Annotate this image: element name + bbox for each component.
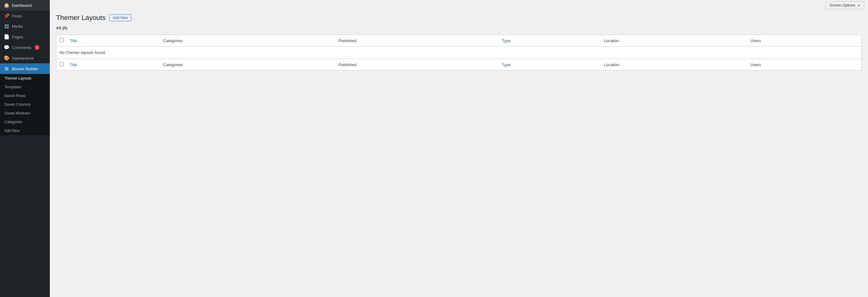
th-type[interactable]: Type	[499, 35, 601, 47]
posts-icon: 📌	[4, 13, 9, 19]
select-all-checkbox[interactable]	[59, 38, 63, 42]
sidebar-subitem-themer-layouts[interactable]: Themer Layouts	[0, 74, 50, 83]
footer-select-all-checkbox[interactable]	[59, 62, 63, 66]
no-items-message: No Themer layouts found.	[56, 47, 862, 59]
footer-th-published: Published	[335, 59, 498, 71]
sidebar-item-pages[interactable]: 📄 Pages	[0, 31, 50, 42]
layouts-table: Title Categories Published Type Location…	[56, 35, 862, 70]
footer-th-categories: Categories	[160, 59, 336, 71]
appearance-icon: 🎨	[4, 55, 9, 61]
dashboard-icon: 🏠	[4, 2, 9, 8]
table-header-row: Title Categories Published Type Location…	[56, 35, 862, 47]
top-bar: Screen Options	[50, 0, 868, 10]
sidebar-item-label: Posts	[12, 14, 22, 19]
th-published: Published	[335, 35, 498, 47]
sidebar-subitem-saved-rows[interactable]: Saved Rows	[0, 91, 50, 100]
add-new-button[interactable]: Add New	[109, 15, 131, 21]
sidebar-item-comments[interactable]: 💬 Comments 3	[0, 42, 50, 53]
comments-badge: 3	[35, 45, 39, 50]
page-title: Themer Layouts	[56, 14, 105, 22]
sidebar-item-label: Appearance	[12, 56, 34, 60]
sidebar-item-beaver-builder[interactable]: ⊞ Beaver Builder	[0, 63, 50, 74]
main-content: Screen Options Themer Layouts Add New Al…	[50, 0, 868, 297]
sidebar-item-label: Comments	[12, 45, 31, 50]
footer-select-all-col	[56, 59, 67, 71]
comments-icon: 💬	[4, 45, 9, 50]
screen-options-label: Screen Options	[829, 3, 855, 7]
screen-options-chevron	[857, 3, 860, 7]
beaver-builder-submenu: Themer Layouts Templates Saved Rows Save…	[0, 74, 50, 135]
sidebar-item-label: Pages	[12, 35, 23, 39]
footer-th-title[interactable]: Title	[67, 59, 160, 71]
th-categories: Categories	[160, 35, 336, 47]
footer-th-type[interactable]: Type	[499, 59, 601, 71]
media-icon: 🖼	[4, 24, 9, 29]
no-items-row: No Themer layouts found.	[56, 47, 862, 59]
sidebar-item-appearance[interactable]: 🎨 Appearance	[0, 53, 50, 63]
th-location: Location	[601, 35, 747, 47]
pages-icon: 📄	[4, 34, 9, 39]
sidebar-item-media[interactable]: 🖼 Media	[0, 21, 50, 31]
sidebar-item-label: Media	[12, 24, 23, 29]
sidebar-subitem-add-new[interactable]: Add New	[0, 126, 50, 135]
sidebar: 🏠 Dashboard 📌 Posts 🖼 Media 📄 Pages 💬 Co…	[0, 0, 50, 297]
sidebar-item-label: Dashboard	[12, 3, 32, 8]
layouts-table-container: Title Categories Published Type Location…	[56, 35, 862, 71]
sidebar-item-dashboard[interactable]: 🏠 Dashboard	[0, 0, 50, 10]
sidebar-subitem-saved-modules[interactable]: Saved Modules	[0, 109, 50, 117]
sidebar-subitem-categories[interactable]: Categories	[0, 117, 50, 126]
sidebar-item-label: Beaver Builder	[12, 66, 38, 71]
footer-th-location: Location	[601, 59, 747, 71]
sidebar-subitem-templates[interactable]: Templates	[0, 83, 50, 91]
footer-th-users: Users	[747, 59, 862, 71]
table-footer-row: Title Categories Published Type Location…	[56, 59, 862, 71]
th-users: Users	[747, 35, 862, 47]
sidebar-item-posts[interactable]: 📌 Posts	[0, 10, 50, 21]
select-all-col	[56, 35, 67, 47]
beaver-builder-icon: ⊞	[4, 66, 9, 72]
screen-options-button[interactable]: Screen Options	[825, 1, 864, 9]
th-title[interactable]: Title	[67, 35, 160, 47]
page-area: Themer Layouts Add New All (0) Title Cat…	[50, 10, 868, 297]
page-header: Themer Layouts Add New	[56, 14, 862, 22]
all-count-label: All (0)	[56, 26, 862, 30]
sidebar-subitem-saved-columns[interactable]: Saved Columns	[0, 100, 50, 109]
